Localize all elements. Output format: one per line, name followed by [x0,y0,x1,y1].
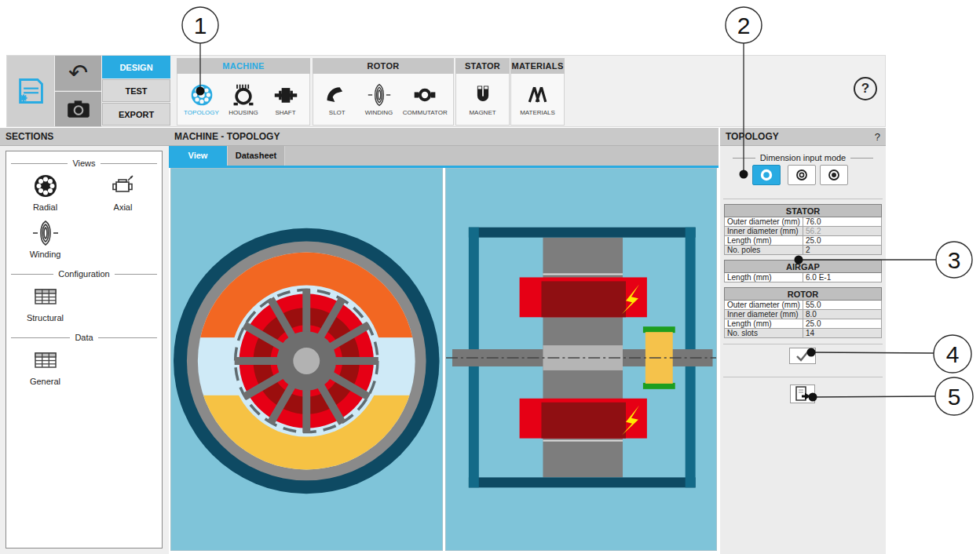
row-value[interactable]: 8.0 [803,310,882,319]
rotor-table-title: ROTOR [725,288,882,301]
magnet-button[interactable]: MAGNET [465,82,501,116]
axial-view-button[interactable]: Axial [84,172,162,212]
axial-view-canvas [445,168,718,551]
separator [723,199,883,199]
structural-button[interactable]: Structural [6,282,84,323]
materials-label: MATERIALS [520,109,555,116]
table-row: Length (mm)25.0 [725,236,882,246]
design-tab-button[interactable]: DESIGN [102,56,170,78]
export-tab-button[interactable]: EXPORT [102,103,170,126]
rotor-group-title: ROTOR [313,58,454,74]
ring-icon [759,167,774,183]
materials-group-title: MATERIALS [510,58,565,74]
winding-label: WINDING [365,109,393,116]
slot-button[interactable]: SLOT [319,82,355,116]
shaft-button[interactable]: SHAFT [268,82,304,116]
dim-mode-concentric-button[interactable] [788,165,816,185]
magnet-label: MAGNET [469,109,495,116]
radial-motor-drawing [174,228,440,494]
radial-view-button[interactable]: Radial [6,172,84,212]
slot-icon [324,82,349,108]
axial-icon [109,172,137,200]
topology-title: TOPOLOGY [726,128,779,145]
toolbar: ↶ DESIGN TEST EXPORT MACHINE [6,55,886,127]
callout-5: 5 [948,384,961,410]
save-button[interactable] [7,56,54,126]
apply-button[interactable] [789,348,816,364]
housing-button[interactable]: HOUSING [225,82,261,116]
dim-mode-inner-button[interactable] [820,165,848,185]
screenshot-button[interactable] [55,92,101,126]
separator [723,344,883,344]
table-row: No. slots14 [725,329,882,338]
general-label: General [30,377,60,386]
filled-dot-circle-icon [826,167,842,183]
axial-label: Axial [114,202,133,212]
winding-end-top [519,277,646,317]
general-icon [31,346,60,374]
row-value[interactable]: 25.0 [803,319,882,329]
data-legend: Data [6,333,162,342]
materials-button[interactable]: MATERIALS [520,82,556,116]
main-title: MACHINE - TOPOLOGY [174,128,280,145]
tab-datasheet[interactable]: Datasheet [227,146,285,166]
configuration-legend: Configuration [6,269,162,279]
winding-view-button[interactable]: Winding [6,219,84,259]
table-row: Inner diameter (mm)56.2 [725,227,882,236]
row-value[interactable]: 2 [803,246,882,255]
topology-button[interactable]: TOPOLOGY [184,82,220,116]
winding-view-icon [31,219,60,247]
save-icon [15,75,46,107]
dim-mode-outer-button[interactable] [752,165,781,185]
radial-icon [31,172,60,200]
row-label: Length (mm) [725,273,803,282]
help-button[interactable]: ? [854,77,877,100]
airgap-table: AIRGAP Length (mm)6.0 E-1 [724,260,882,282]
commutator-button[interactable]: COMMUTATOR [403,82,448,116]
separator [723,377,883,377]
sections-panel: SECTIONS Views Radial [0,128,169,554]
materials-icon [525,82,550,108]
topology-panel: TOPOLOGY ? Dimension input mode STATOR O… [720,128,886,554]
radial-label: Radial [33,202,57,212]
general-button[interactable]: General [6,346,84,386]
dimension-input-mode-legend: Dimension input mode [728,153,878,162]
concentric-circles-icon [794,167,810,183]
undo-icon: ↶ [68,61,88,85]
winding-icon [367,82,392,108]
row-value[interactable]: 25.0 [803,236,882,246]
export-report-button[interactable] [790,385,815,403]
stator-group: STATOR MAGNET [455,58,510,126]
commutator-label: COMMUTATOR [403,109,448,116]
row-label: No. poles [725,246,803,255]
shaft-cross-section [293,348,320,374]
sections-title: SECTIONS [5,128,53,145]
rotor-group: ROTOR SLOT WINDING [313,58,454,126]
axial-motor-drawing [446,228,717,488]
callout-3: 3 [948,247,961,273]
topology-help-button[interactable]: ? [875,128,880,145]
table-row: Length (mm)6.0 E-1 [725,273,882,282]
row-value[interactable]: 55.0 [803,301,882,310]
row-value: 56.2 [803,227,882,236]
test-tab-button[interactable]: TEST [102,79,170,102]
row-value[interactable]: 76.0 [803,217,882,227]
structural-icon [31,282,60,311]
winding-button[interactable]: WINDING [361,82,397,116]
row-label: No. slots [725,329,803,338]
undo-button[interactable]: ↶ [55,56,101,91]
magnet-icon [470,82,495,108]
topology-label: TOPOLOGY [184,109,219,116]
structural-label: Structural [27,313,64,323]
row-value[interactable]: 6.0 E-1 [803,273,882,282]
row-label: Inner diameter (mm) [725,310,803,319]
tab-view[interactable]: View [169,146,227,166]
table-row: Inner diameter (mm)8.0 [725,310,882,319]
shaft-icon [273,82,298,108]
table-row: Length (mm)25.0 [725,319,882,329]
rotor-table: ROTOR Outer diameter (mm)55.0 Inner diam… [724,287,882,338]
row-label: Outer diameter (mm) [725,301,803,310]
row-value[interactable]: 14 [803,329,882,338]
table-row: Outer diameter (mm)76.0 [725,217,882,227]
topology-icon [189,82,214,108]
